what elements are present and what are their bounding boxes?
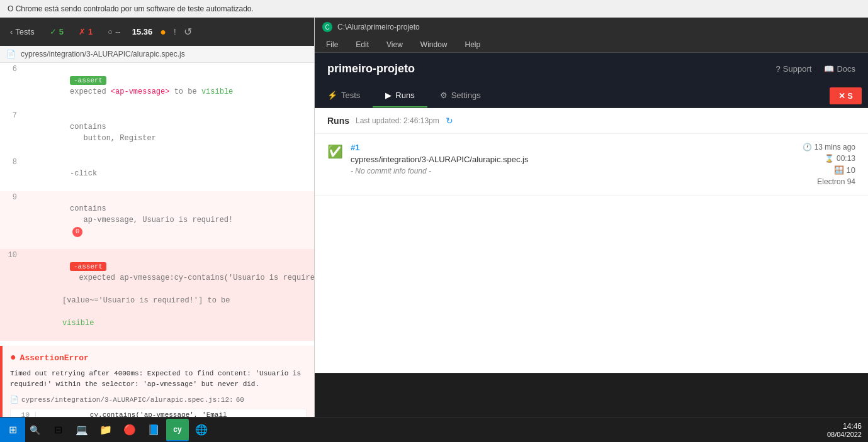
question-icon: ? (776, 64, 781, 74)
line-num-9: 9 (0, 192, 22, 202)
tests-button[interactable]: ‹ Tests (6, 25, 38, 39)
timer-icon: ⌛ (825, 154, 834, 163)
taskbar-right: 14:46 08/04/2022 (827, 422, 868, 438)
cypress-logo-icon: C (322, 22, 332, 32)
browser-version: Electron 94 (817, 177, 855, 186)
line-content-8: -click (22, 157, 314, 191)
line-content-7: contains button, Register (22, 110, 314, 155)
run-duration: ⌛ 00:13 (825, 154, 855, 163)
line-content-6: -assert expected <ap-vmessage> to be vis… (22, 64, 314, 109)
run-number: #1 (351, 143, 772, 152)
run-platform: 🪟 10 Electron 94 (817, 165, 855, 186)
vscode-button[interactable]: 📘 (142, 419, 165, 441)
code-line-9: 9 contains ap-vmessage, Usuario is requi… (0, 191, 314, 249)
support-link[interactable]: ? Support (776, 64, 812, 74)
search-button[interactable]: 🔍 (25, 417, 44, 443)
os-icon: 🪟 10 (834, 165, 855, 175)
status-dot: ● (160, 26, 166, 38)
window-titlebar: C C:\Alura\primeiro-projeto (315, 18, 868, 36)
tabs-bar: ⚡ Tests ▶ Runs ⚙ Settings ✕ S (315, 84, 868, 108)
elapsed-time: 15.36 (132, 27, 153, 36)
windows-icon[interactable]: 💻 (70, 419, 93, 441)
reload-button[interactable]: ↺ (184, 26, 192, 38)
breadcrumb-path: cypress/integration/3-ALURAPIC/alurapic.… (21, 50, 185, 58)
menu-edit[interactable]: Edit (352, 39, 373, 50)
lightning-icon: ⚡ (327, 91, 337, 100)
menu-window[interactable]: Window (417, 39, 451, 50)
app-title: primeiro-projeto (327, 62, 415, 75)
refresh-button[interactable]: ↻ (446, 116, 453, 126)
toolbar-tests-label: Tests (15, 27, 34, 36)
clock-time: 14:46 (827, 422, 862, 431)
run-commit: - No commit info found - (351, 167, 772, 175)
run-meta: 🕐 13 mins ago ⌛ 00:13 🪟 10 Electron 94 (780, 143, 855, 186)
runs-section: Runs Last updated: 2:46:13pm ↻ ✅ #1 cypr… (315, 108, 868, 373)
assert-badge-green: -assert (70, 76, 106, 85)
book-icon: 📖 (824, 64, 834, 74)
tab-runs[interactable]: ▶ Runs (373, 84, 427, 108)
right-panel: C C:\Alura\primeiro-projeto File Edit Vi… (315, 18, 868, 442)
runs-label: Runs (327, 116, 349, 126)
file-icon: 📄 (6, 50, 16, 58)
window-title: C:\Alura\primeiro-projeto (337, 23, 420, 31)
chrome-button[interactable]: 🌐 (190, 419, 213, 441)
run-info: #1 cypress/integration/3-ALURAPIC/alurap… (351, 143, 772, 175)
last-updated: Last updated: 2:46:13pm (356, 116, 439, 125)
error-title: ● AssertionError (10, 352, 307, 363)
tab-settings[interactable]: ⚙ Settings (427, 84, 493, 108)
clock-icon: 🕐 (803, 143, 812, 152)
taskbar: ⊞ 🔍 ⊟ 💻 📁 🔴 📘 cy 🌐 14:46 08/04/2022 (0, 417, 868, 442)
taskbar-icons: ⊟ 💻 📁 🔴 📘 cy 🌐 (44, 419, 215, 441)
line-num-8: 8 (0, 157, 22, 167)
menu-help[interactable]: Help (461, 39, 485, 50)
header-links: ? Support 📖 Docs (776, 64, 855, 74)
line-num-6: 6 (0, 64, 22, 74)
left-panel: ‹ Tests ✓ 5 ✗ 1 ○ -- 15.36 ● ! ↺ 📄 cypre… (0, 18, 315, 442)
code-line-10: 10 -assert expected ap-vmessage:cy-conta… (0, 249, 314, 341)
app-header: primeiro-projeto ? Support 📖 Docs (315, 53, 868, 84)
line-num-7: 7 (0, 110, 22, 120)
settings-icon: ⚙ (440, 91, 448, 100)
code-line-8: 8 -click (0, 156, 314, 191)
file-breadcrumb: 📄 cypress/integration/3-ALURAPIC/alurapi… (0, 46, 314, 63)
automation-bar: O Chrome está sendo controlado por um so… (0, 0, 868, 18)
file-ref-icon: 📄 (10, 395, 19, 404)
system-clock: 14:46 08/04/2022 (827, 422, 862, 438)
line-content-10: -assert expected ap-vmessage:cy-contains… (22, 250, 314, 340)
stop-button[interactable]: ✕ S (830, 87, 862, 104)
menubar: File Edit View Window Help (315, 36, 868, 53)
runs-header: Runs Last updated: 2:46:13pm ↻ (315, 108, 868, 134)
play-icon: ▶ (385, 91, 392, 100)
error-message: Timed out retrying after 4000ms: Expecte… (10, 368, 307, 389)
toolbar: ‹ Tests ✓ 5 ✗ 1 ○ -- 15.36 ● ! ↺ (0, 18, 314, 46)
start-button[interactable]: ⊞ (0, 417, 25, 443)
error-file-ref: 📄 cypress/integration/3-ALURAPIC/alurapi… (10, 395, 307, 404)
menu-file[interactable]: File (322, 39, 342, 50)
code-area[interactable]: 6 -assert expected <ap-vmessage> to be v… (0, 63, 314, 425)
pending-count: ○ -- (104, 25, 125, 39)
opera-button[interactable]: 🔴 (118, 419, 141, 441)
failed-count: ✗ 1 (75, 25, 96, 39)
explorer-button[interactable]: 📁 (94, 419, 117, 441)
automation-text: O Chrome está sendo controlado por um so… (8, 4, 254, 13)
code-line-7: 7 contains button, Register (0, 109, 314, 156)
run-spec: cypress/integration/3-ALURAPIC/alurapic.… (351, 155, 772, 164)
error-count-badge: 0 (72, 227, 82, 237)
error-box: ● AssertionError Timed out retrying afte… (0, 346, 314, 425)
run-time-ago: 🕐 13 mins ago (803, 143, 855, 152)
passed-count: ✓ 5 (46, 25, 67, 39)
chevron-left-icon: ‹ (10, 27, 13, 36)
assert-badge-red: -assert (70, 262, 106, 271)
clock-date: 08/04/2022 (827, 431, 862, 438)
docs-link[interactable]: 📖 Docs (824, 64, 855, 74)
run-item[interactable]: ✅ #1 cypress/integration/3-ALURAPIC/alur… (315, 134, 868, 196)
error-circle-icon: ● (10, 352, 16, 363)
line-num-10: 10 (0, 250, 22, 260)
cypress-button[interactable]: cy (166, 419, 189, 441)
menu-view[interactable]: View (383, 39, 407, 50)
run-success-icon: ✅ (327, 144, 343, 159)
line-content-9: contains ap-vmessage, Usuario is require… (22, 192, 314, 248)
tab-tests[interactable]: ⚡ Tests (315, 84, 373, 108)
code-line-6: 6 -assert expected <ap-vmessage> to be v… (0, 63, 314, 109)
taskview-button[interactable]: ⊟ (47, 419, 69, 441)
